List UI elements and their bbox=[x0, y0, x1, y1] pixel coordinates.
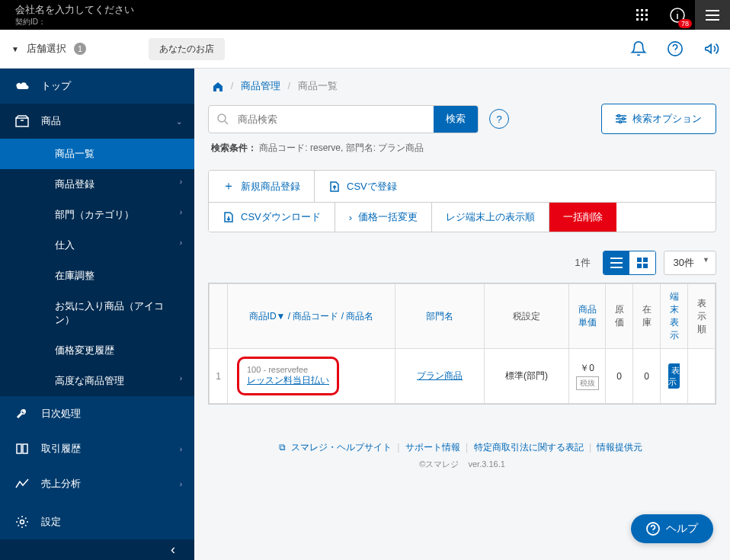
sidebar-sub-product-list[interactable]: 商品一覧 bbox=[0, 139, 194, 169]
plus-icon: ＋ bbox=[223, 178, 235, 194]
gear-icon bbox=[14, 515, 30, 529]
chevron-right-icon: › bbox=[180, 178, 182, 186]
dept-link[interactable]: プラン商品 bbox=[417, 370, 463, 381]
col-tax: 税設定 bbox=[485, 284, 569, 349]
sidebar-item-products[interactable]: 商品 ⌄ bbox=[0, 104, 194, 139]
csv-upload-button[interactable]: CSVで登録 bbox=[315, 171, 716, 203]
sidebar-sub-favorite[interactable]: お気に入り商品（アイコン） bbox=[0, 291, 194, 335]
bell-icon[interactable] bbox=[620, 30, 657, 69]
sidebar-sub-price-history[interactable]: 価格変更履歴 bbox=[0, 335, 194, 366]
megaphone-icon[interactable] bbox=[693, 30, 730, 69]
svg-rect-0 bbox=[636, 9, 639, 11]
terminal-order-button[interactable]: レジ端末上の表示順 bbox=[432, 203, 549, 232]
search-help-icon[interactable]: ? bbox=[489, 109, 509, 129]
wrench-icon bbox=[14, 407, 30, 421]
col-stock: 在庫 bbox=[633, 284, 661, 349]
col-cost: 原価 bbox=[606, 284, 633, 349]
store-select-dropdown[interactable]: ▼ 店舗選択 1 bbox=[0, 42, 141, 56]
notification-badge: 78 bbox=[678, 19, 692, 28]
svg-rect-33 bbox=[637, 264, 642, 268]
new-product-button[interactable]: ＋ 新規商品登録 bbox=[209, 171, 315, 203]
svg-point-26 bbox=[623, 118, 625, 120]
svg-rect-6 bbox=[636, 18, 639, 21]
sidebar-sub-product-register[interactable]: 商品登録› bbox=[0, 169, 194, 200]
svg-rect-2 bbox=[645, 9, 648, 11]
csv-download-button[interactable]: CSVダウンロード bbox=[209, 203, 335, 232]
chevron-right-icon: › bbox=[180, 480, 182, 488]
footer-support-link[interactable]: サポート情報 bbox=[405, 442, 460, 453]
search-options-button[interactable]: 検索オプション bbox=[601, 104, 716, 134]
hamburger-menu-icon[interactable] bbox=[695, 0, 730, 30]
svg-rect-28 bbox=[610, 258, 623, 259]
sidebar-item-history[interactable]: 取引履歴 › bbox=[0, 431, 194, 466]
breadcrumb-home-icon[interactable] bbox=[213, 80, 223, 91]
chevron-right-icon: › bbox=[349, 212, 352, 223]
svg-rect-29 bbox=[610, 262, 623, 264]
svg-line-21 bbox=[225, 121, 228, 124]
book-icon bbox=[14, 443, 30, 455]
footer-provider-link[interactable]: 情報提供元 bbox=[597, 442, 642, 453]
copyright-text: ©スマレジ bbox=[419, 459, 459, 469]
help-float-button[interactable]: ヘルプ bbox=[631, 514, 713, 543]
bulk-price-button[interactable]: › 価格一括変更 bbox=[335, 203, 432, 232]
breadcrumb-link-1[interactable]: 商品管理 bbox=[241, 80, 280, 91]
sidebar-sub-purchase[interactable]: 仕入› bbox=[0, 230, 194, 261]
col-price[interactable]: 商品単価 bbox=[569, 284, 606, 349]
sidebar-products-label: 商品 bbox=[41, 114, 61, 128]
result-count: 1件 bbox=[575, 256, 590, 270]
search-input[interactable] bbox=[229, 106, 434, 133]
cost-cell: 0 bbox=[606, 349, 633, 404]
svg-rect-5 bbox=[645, 14, 648, 16]
svg-rect-8 bbox=[645, 18, 648, 21]
view-grid-button[interactable] bbox=[629, 251, 655, 274]
svg-rect-31 bbox=[637, 258, 642, 262]
sidebar-item-settings[interactable]: 設定 bbox=[0, 504, 194, 539]
table-row: 1 100 - reservefee レッスン料当日払い プラン商品 標準(部門… bbox=[210, 349, 716, 404]
info-icon[interactable]: 78 bbox=[660, 0, 695, 30]
bulk-delete-button[interactable]: 一括削除 bbox=[549, 203, 616, 232]
download-icon bbox=[223, 211, 235, 223]
cloud-icon bbox=[14, 81, 30, 91]
company-name-placeholder[interactable]: 会社名を入力してください bbox=[15, 3, 134, 17]
sidebar-sub-stock[interactable]: 在庫調整 bbox=[0, 261, 194, 291]
svg-rect-14 bbox=[706, 19, 719, 21]
highlighted-product-cell: 100 - reservefee レッスン料当日払い bbox=[237, 357, 339, 395]
svg-point-19 bbox=[21, 520, 24, 524]
col-order: 表示順 bbox=[688, 284, 716, 349]
search-condition-label: 検索条件： bbox=[211, 142, 257, 153]
footer-help-site-link[interactable]: スマレジ・ヘルプサイト bbox=[291, 442, 392, 453]
svg-point-35 bbox=[647, 523, 659, 535]
product-name-link[interactable]: レッスン料当日払い bbox=[247, 375, 329, 386]
box-icon bbox=[14, 115, 30, 127]
col-terminal[interactable]: 端末表示 bbox=[661, 284, 688, 349]
sidebar-sub-department[interactable]: 部門（カテゴリ）› bbox=[0, 200, 194, 230]
svg-point-20 bbox=[218, 114, 226, 122]
sidebar-collapse-button[interactable]: ‹ bbox=[0, 539, 194, 560]
col-id-code-name[interactable]: 商品ID▼ / 商品コード / 商品名 bbox=[228, 284, 395, 349]
svg-rect-34 bbox=[643, 264, 648, 268]
sidebar-sub-advanced[interactable]: 高度な商品管理› bbox=[0, 366, 194, 396]
filter-icon bbox=[616, 114, 626, 123]
footer-law-link[interactable]: 特定商取引法に関する表記 bbox=[474, 442, 584, 453]
order-cell bbox=[688, 349, 716, 404]
svg-rect-32 bbox=[643, 258, 648, 262]
store-chip[interactable]: あなたのお店 bbox=[149, 38, 225, 60]
upload-icon bbox=[328, 181, 341, 193]
svg-rect-17 bbox=[16, 118, 28, 126]
search-button[interactable]: 検索 bbox=[434, 106, 478, 133]
terminal-display-badge: 表示 bbox=[668, 363, 680, 389]
question-circle-icon[interactable] bbox=[657, 30, 693, 69]
sidebar-item-daily[interactable]: 日次処理 bbox=[0, 396, 194, 431]
sidebar-history-label: 取引履歴 bbox=[41, 442, 81, 456]
page-size-select[interactable]: 30件 bbox=[664, 251, 716, 275]
sidebar-settings-label: 設定 bbox=[41, 515, 61, 529]
sidebar-item-top[interactable]: トップ bbox=[0, 69, 194, 104]
svg-rect-1 bbox=[641, 9, 643, 11]
svg-rect-4 bbox=[641, 14, 643, 16]
sidebar-item-analytics[interactable]: 売上分析 › bbox=[0, 466, 194, 501]
col-dept[interactable]: 部門名 bbox=[395, 284, 485, 349]
chevron-down-icon: ⌄ bbox=[176, 117, 182, 126]
apps-grid-icon[interactable] bbox=[625, 0, 660, 30]
view-list-button[interactable] bbox=[604, 251, 629, 274]
svg-rect-30 bbox=[610, 267, 623, 268]
